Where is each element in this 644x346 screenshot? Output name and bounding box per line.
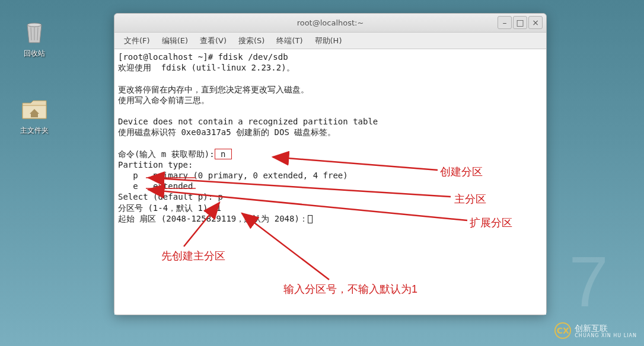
term-line: 更改将停留在内存中，直到您决定将更改写入磁盘。 xyxy=(118,85,309,94)
desktop-trash[interactable]: 回收站 xyxy=(11,18,58,59)
menu-file[interactable]: 文件(F) xyxy=(118,33,156,49)
term-line: 命令(输入 m 获取帮助): xyxy=(118,149,215,159)
term-line: [root@localhost ~]# fdisk /dev/sdb xyxy=(118,52,288,62)
brand-logo-icon: CX xyxy=(554,322,571,339)
terminal-body[interactable]: [root@localhost ~]# fdisk /dev/sdb 欢迎使用 … xyxy=(114,49,546,315)
maximize-button[interactable]: □ xyxy=(513,16,527,29)
term-line: Device does not contain a recognized par… xyxy=(118,117,378,126)
home-folder-label: 主文件夹 xyxy=(11,126,58,136)
terminal-window: root@localhost:~ – □ × 文件(F) 编辑(E) 查看(V)… xyxy=(114,13,547,315)
menu-view[interactable]: 查看(V) xyxy=(194,33,232,49)
menu-terminal[interactable]: 终端(T) xyxy=(270,33,308,49)
titlebar[interactable]: root@localhost:~ – □ × xyxy=(114,14,546,33)
term-line: 使用写入命令前请三思。 xyxy=(118,95,209,105)
desktop-home-folder[interactable]: 主文件夹 xyxy=(11,95,58,136)
close-button[interactable]: × xyxy=(528,16,543,29)
term-line: 欢迎使用 fdisk (util-linux 2.23.2)。 xyxy=(118,63,295,72)
term-line: p primary (0 primary, 0 extended, 4 free… xyxy=(118,171,348,180)
menu-edit[interactable]: 编辑(E) xyxy=(156,33,194,49)
svg-point-0 xyxy=(27,23,42,27)
menu-search[interactable]: 搜索(S) xyxy=(232,33,270,49)
brand-watermark: CX 创新互联 CHUANG XIN HU LIAN xyxy=(554,322,637,339)
terminal-cursor xyxy=(308,215,313,223)
term-line: Select (default p): p xyxy=(118,192,223,201)
home-folder-icon xyxy=(20,95,49,123)
highlighted-input-n: n xyxy=(215,149,232,159)
term-line: 分区号 (1-4，默认 1)：1 xyxy=(118,203,221,213)
window-title: root@localhost:~ xyxy=(297,18,364,27)
brand-sub: CHUANG XIN HU LIAN xyxy=(575,333,637,338)
term-line: e extended xyxy=(118,181,193,191)
trash-label: 回收站 xyxy=(11,49,58,59)
term-line: Partition type: xyxy=(118,160,193,169)
term-line: 起始 扇区 (2048-125829119，默认为 2048)： xyxy=(118,214,308,223)
centos-watermark: 7 xyxy=(569,241,608,322)
minimize-button[interactable]: – xyxy=(498,16,512,29)
menubar: 文件(F) 编辑(E) 查看(V) 搜索(S) 终端(T) 帮助(H) xyxy=(114,33,546,49)
term-line: 使用磁盘标识符 0xe0a317a5 创建新的 DOS 磁盘标签。 xyxy=(118,127,336,137)
menu-help[interactable]: 帮助(H) xyxy=(309,33,348,49)
trash-icon xyxy=(20,18,49,46)
